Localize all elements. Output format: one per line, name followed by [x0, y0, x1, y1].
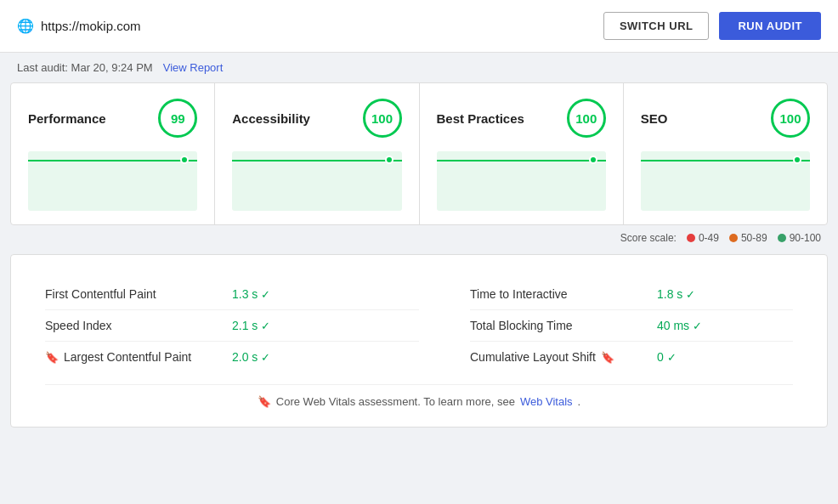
metric-name: Cumulative Layout Shift 🔖	[470, 350, 657, 364]
metrics-right-col: Time to Interactive 1.8 s ✓ Total Blocki…	[419, 279, 793, 372]
metrics-left-col: First Contentful Paint 1.3 s ✓ Speed Ind…	[45, 279, 419, 372]
chart-line-performance	[28, 160, 197, 161]
score-scale-label: Score scale:	[620, 232, 677, 244]
metric-name: 🔖 Largest Contentful Paint	[45, 350, 232, 364]
score-label-seo: SEO	[641, 111, 668, 126]
score-scale: Score scale: 0-49 50-89 90-100	[0, 225, 838, 247]
chart-dot-accessibility	[385, 156, 394, 164]
score-circle-performance: 99	[158, 99, 197, 138]
bookmark-icon: 🔖	[45, 351, 59, 364]
scale-item-orange: 50-89	[729, 232, 767, 244]
chart-line-seo	[641, 160, 810, 161]
chart-dot-performance	[180, 156, 189, 164]
run-audit-button[interactable]: RUN AUDIT	[719, 12, 821, 40]
chart-area-performance	[28, 151, 197, 211]
score-card-accessibility: Accessibility 100	[215, 83, 419, 224]
scale-item-red: 0-49	[687, 232, 719, 244]
check-icon: ✓	[261, 320, 270, 332]
score-label-best-practices: Best Practices	[437, 111, 524, 126]
scale-item-green: 90-100	[778, 232, 821, 244]
bookmark-icon: 🔖	[601, 351, 614, 364]
metric-row: First Contentful Paint 1.3 s ✓	[45, 279, 419, 310]
score-card-top: Best Practices 100	[437, 99, 606, 138]
metric-value: 2.1 s ✓	[232, 319, 270, 332]
switch-url-button[interactable]: SWITCH URL	[603, 12, 710, 40]
score-card-best-practices: Best Practices 100	[420, 83, 624, 224]
header: 🌐 https://mokip.com SWITCH URL RUN AUDIT	[0, 0, 838, 53]
metric-row: Total Blocking Time 40 ms ✓	[470, 310, 793, 342]
scale-range-red: 0-49	[699, 232, 719, 244]
score-card-performance: Performance 99	[11, 83, 215, 224]
view-report-link[interactable]: View Report	[163, 61, 224, 74]
score-card-seo: SEO 100	[624, 83, 827, 224]
cwv-suffix: .	[578, 395, 581, 408]
chart-line-best-practices	[437, 160, 606, 161]
scores-section: Performance 99 Accessibility 100 Best Pr…	[10, 82, 828, 225]
chart-line-accessibility	[232, 160, 401, 161]
scale-range-green: 90-100	[790, 232, 821, 244]
chart-area-accessibility	[232, 151, 401, 211]
check-icon: ✓	[261, 288, 270, 301]
score-label-performance: Performance	[28, 111, 106, 126]
check-icon: ✓	[261, 351, 270, 364]
metric-value: 1.8 s ✓	[657, 287, 695, 301]
metric-value: 40 ms ✓	[657, 319, 702, 332]
metric-name: Speed Index	[45, 319, 232, 332]
score-label-accessibility: Accessibility	[232, 111, 310, 126]
metric-row: Cumulative Layout Shift 🔖 0 ✓	[470, 342, 793, 372]
score-card-top: Accessibility 100	[232, 99, 401, 138]
chart-dot-best-practices	[589, 156, 597, 164]
metric-name: Time to Interactive	[470, 287, 657, 301]
metrics-section: First Contentful Paint 1.3 s ✓ Speed Ind…	[10, 254, 828, 428]
scale-dot-green	[778, 234, 786, 242]
metric-value: 2.0 s ✓	[232, 350, 270, 364]
bookmark-cwv-icon: 🔖	[258, 395, 271, 408]
metric-row: Speed Index 2.1 s ✓	[45, 310, 419, 342]
chart-area-seo	[641, 151, 810, 211]
scale-dot-red	[687, 234, 695, 242]
globe-icon: 🌐	[17, 18, 34, 34]
scale-dot-orange	[729, 234, 738, 242]
score-circle-best-practices: 100	[567, 99, 606, 138]
check-icon: ✓	[686, 288, 695, 301]
metric-name: Total Blocking Time	[470, 319, 657, 332]
scale-range-orange: 50-89	[741, 232, 767, 244]
cwv-bar: 🔖 Core Web Vitals assessment. To learn m…	[45, 384, 793, 408]
check-icon: ✓	[693, 320, 702, 332]
score-card-top: SEO 100	[641, 99, 810, 138]
metrics-grid: First Contentful Paint 1.3 s ✓ Speed Ind…	[45, 279, 793, 372]
metric-name: First Contentful Paint	[45, 287, 232, 301]
sub-header: Last audit: Mar 20, 9:24 PM View Report	[0, 53, 838, 82]
header-left: 🌐 https://mokip.com	[17, 18, 141, 34]
score-circle-accessibility: 100	[363, 99, 402, 138]
chart-area-best-practices	[437, 151, 606, 211]
metric-row: Time to Interactive 1.8 s ✓	[470, 279, 793, 310]
cwv-text: Core Web Vitals assessment. To learn mor…	[276, 395, 515, 408]
metric-row: 🔖 Largest Contentful Paint 2.0 s ✓	[45, 342, 419, 372]
metric-value: 1.3 s ✓	[232, 287, 270, 301]
url-display: https://mokip.com	[41, 19, 141, 33]
cwv-link[interactable]: Web Vitals	[520, 395, 573, 408]
chart-dot-seo	[793, 156, 801, 164]
score-card-top: Performance 99	[28, 99, 197, 138]
last-audit-text: Last audit: Mar 20, 9:24 PM	[17, 61, 153, 74]
score-circle-seo: 100	[771, 99, 810, 138]
metric-value: 0 ✓	[657, 350, 677, 364]
check-icon: ✓	[667, 351, 677, 364]
header-right: SWITCH URL RUN AUDIT	[603, 12, 821, 40]
